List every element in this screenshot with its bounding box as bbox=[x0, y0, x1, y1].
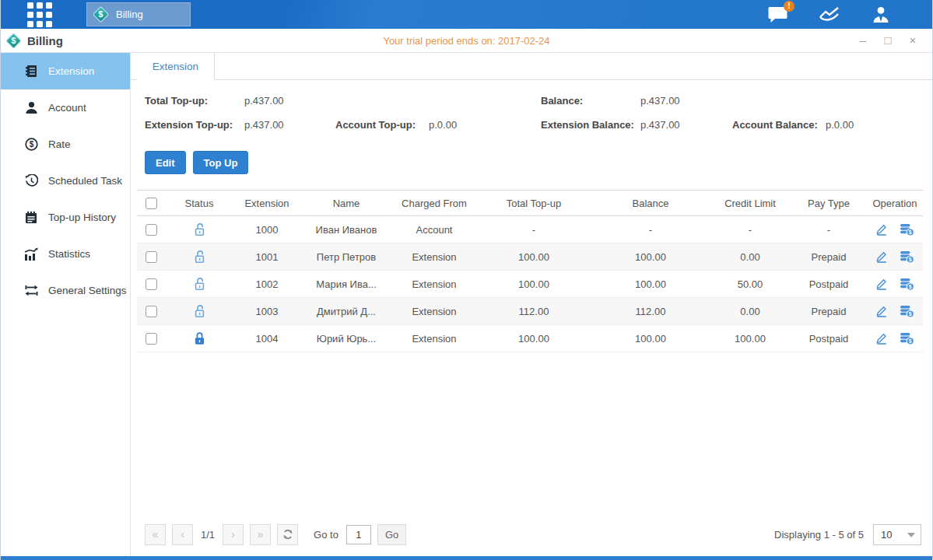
row-checkbox[interactable] bbox=[146, 251, 157, 263]
select-all-checkbox[interactable] bbox=[146, 198, 157, 209]
minimize-button[interactable]: – bbox=[856, 33, 870, 47]
messages-icon[interactable]: ! bbox=[767, 5, 789, 24]
sidebar-item-label: Top-up History bbox=[48, 212, 116, 223]
go-button[interactable]: Go bbox=[377, 524, 406, 545]
sidebar-item-general-settings[interactable]: General Settings bbox=[1, 272, 130, 309]
edit-icon[interactable] bbox=[875, 223, 888, 236]
sidebar-item-scheduled-task[interactable]: Scheduled Task bbox=[1, 163, 130, 199]
svg-text:$: $ bbox=[29, 140, 33, 149]
extensions-table: Status Extension Name Charged From Total… bbox=[137, 190, 923, 352]
clock-history-icon bbox=[24, 174, 38, 187]
lock-closed-icon bbox=[194, 331, 205, 345]
sidebar-item-topup-history[interactable]: Top-up History bbox=[1, 199, 130, 236]
window-title-bar: $ Billing Your trial period ends on: 201… bbox=[1, 29, 932, 53]
next-page-button[interactable]: › bbox=[223, 524, 244, 545]
edit-button[interactable]: Edit bbox=[145, 151, 186, 174]
row-checkbox[interactable] bbox=[146, 333, 157, 345]
balance-cell: - bbox=[591, 216, 710, 243]
charged-from-cell: Extension bbox=[392, 243, 476, 271]
edit-icon[interactable] bbox=[875, 278, 888, 290]
sidebar-item-rate[interactable]: $ Rate bbox=[1, 126, 130, 163]
pay-type-cell: Postpaid bbox=[791, 325, 867, 352]
displaying-text: Displaying 1 - 5 of 5 bbox=[774, 529, 864, 541]
col-name: Name bbox=[300, 191, 392, 216]
maximize-button[interactable]: □ bbox=[881, 33, 895, 47]
first-page-button[interactable]: « bbox=[145, 524, 166, 545]
reports-chart-icon[interactable] bbox=[819, 5, 840, 24]
top-up-icon[interactable]: $ bbox=[900, 223, 914, 236]
sidebar-item-label: Extension bbox=[48, 65, 94, 77]
row-checkbox[interactable] bbox=[146, 224, 157, 236]
extension-cell: 1000 bbox=[233, 216, 300, 243]
sidebar-item-account[interactable]: Account bbox=[1, 89, 130, 126]
charged-from-cell: Account bbox=[392, 216, 476, 243]
action-buttons: Edit Top Up bbox=[145, 151, 248, 174]
prev-page-button[interactable]: ‹ bbox=[172, 524, 193, 545]
operation-cell: $ bbox=[867, 278, 923, 291]
balance-value: p.437.00 bbox=[640, 95, 680, 107]
tab-bar: Extension bbox=[131, 53, 932, 80]
col-credit-limit: Credit Limit bbox=[710, 191, 791, 216]
tab-extension[interactable]: Extension bbox=[137, 53, 215, 80]
top-up-icon[interactable]: $ bbox=[900, 278, 914, 291]
goto-page-input[interactable] bbox=[346, 525, 371, 544]
svg-text:$: $ bbox=[909, 311, 912, 317]
ledger-icon bbox=[24, 65, 38, 78]
balance-cell: 112.00 bbox=[591, 298, 710, 325]
billing-app-window: $ Billing ! bbox=[0, 0, 933, 560]
edit-icon[interactable] bbox=[875, 250, 888, 263]
edit-icon[interactable] bbox=[875, 332, 888, 345]
total-topup-cell: 112.00 bbox=[476, 298, 591, 325]
window-title: Billing bbox=[27, 34, 63, 47]
lock-open-icon bbox=[194, 304, 205, 318]
page-size-select[interactable]: 10 bbox=[873, 524, 921, 545]
extension-topup-label: Extension Top-up: bbox=[145, 119, 233, 131]
notification-badge: ! bbox=[784, 1, 794, 12]
dollar-circle-icon: $ bbox=[24, 138, 38, 151]
person-icon bbox=[24, 101, 38, 114]
total-topup-cell: 100.00 bbox=[476, 243, 591, 271]
top-up-icon[interactable]: $ bbox=[900, 332, 914, 345]
status-cell bbox=[165, 216, 233, 243]
user-account-icon[interactable] bbox=[870, 5, 892, 24]
total-topup-cell: - bbox=[476, 216, 591, 243]
last-page-button[interactable]: » bbox=[250, 524, 271, 545]
transfer-arrows-icon bbox=[24, 285, 38, 296]
table-row[interactable]: 1002Мария Ива...Extension100.00100.0050.… bbox=[137, 271, 923, 298]
taskbar-item-billing[interactable]: $ Billing bbox=[86, 2, 191, 26]
close-button[interactable]: × bbox=[906, 33, 920, 47]
sidebar-item-statistics[interactable]: Statistics bbox=[1, 236, 130, 272]
apps-grid-icon[interactable] bbox=[27, 2, 52, 27]
table-row[interactable]: 1001Петр ПетровExtension100.00100.000.00… bbox=[137, 243, 923, 271]
credit-limit-cell: 0.00 bbox=[710, 298, 791, 325]
svg-text:$: $ bbox=[909, 229, 912, 236]
credit-limit-cell: - bbox=[710, 216, 791, 243]
name-cell: Юрий Юрь... bbox=[300, 325, 392, 352]
edit-icon[interactable] bbox=[875, 305, 888, 317]
table-row[interactable]: 1003Дмитрий Д...Extension112.00112.000.0… bbox=[137, 298, 923, 325]
account-topup-value: p.0.00 bbox=[429, 119, 457, 131]
col-total-topup: Total Top-up bbox=[476, 191, 591, 216]
extension-topup-value: p.437.00 bbox=[244, 119, 284, 131]
table-row[interactable]: 1000Иван ИвановAccount----$ bbox=[137, 216, 923, 243]
col-status: Status bbox=[165, 191, 233, 216]
extension-cell: 1001 bbox=[233, 243, 300, 271]
summary-panel: Total Top-up: p.437.00 Balance: p.437.00… bbox=[131, 90, 932, 142]
window-controls: – □ × bbox=[856, 33, 932, 47]
sidebar-item-label: Scheduled Task bbox=[48, 175, 122, 187]
top-up-icon[interactable]: $ bbox=[900, 250, 914, 264]
lock-open-icon bbox=[194, 222, 205, 236]
sidebar-item-extension[interactable]: Extension bbox=[1, 53, 130, 89]
top-up-button[interactable]: Top Up bbox=[193, 151, 249, 174]
window-bottom-edge bbox=[1, 556, 932, 560]
top-up-icon[interactable]: $ bbox=[900, 305, 914, 318]
row-checkbox[interactable] bbox=[146, 278, 157, 290]
lock-open-icon bbox=[194, 250, 205, 264]
balance-cell: 100.00 bbox=[591, 243, 710, 271]
col-balance: Balance bbox=[591, 191, 710, 216]
refresh-icon[interactable] bbox=[277, 524, 298, 545]
table-row[interactable]: 1004Юрий Юрь...Extension100.00100.00100.… bbox=[137, 325, 923, 352]
row-checkbox[interactable] bbox=[146, 306, 157, 317]
sidebar-item-label: Account bbox=[48, 102, 86, 114]
topbar-actions: ! bbox=[767, 5, 932, 24]
